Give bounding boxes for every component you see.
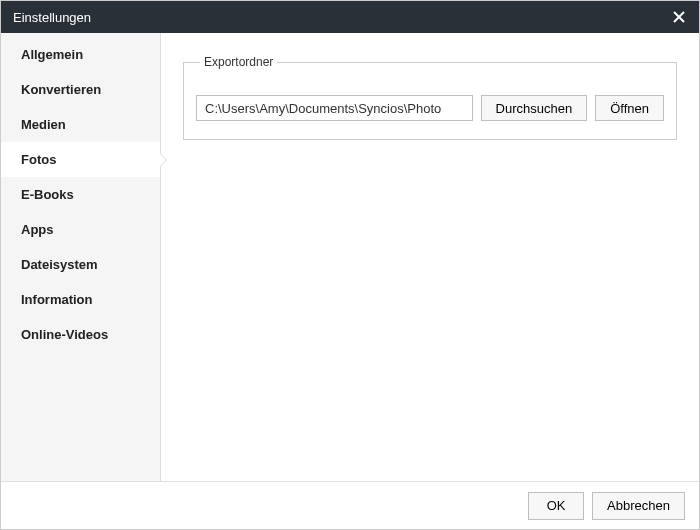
sidebar-item-apps[interactable]: Apps xyxy=(1,212,160,247)
sidebar-item-label: Information xyxy=(21,292,93,307)
footer: OK Abbrechen xyxy=(1,481,699,529)
sidebar-item-label: Dateisystem xyxy=(21,257,98,272)
browse-button[interactable]: Durchsuchen xyxy=(481,95,588,121)
settings-window: Einstellungen Allgemein Konvertieren Med… xyxy=(0,0,700,530)
sidebar-item-medien[interactable]: Medien xyxy=(1,107,160,142)
sidebar-item-label: Konvertieren xyxy=(21,82,101,97)
sidebar-item-fotos[interactable]: Fotos xyxy=(1,142,160,177)
sidebar-item-label: Fotos xyxy=(21,152,56,167)
export-folder-group: Exportordner Durchsuchen Öffnen xyxy=(183,55,677,140)
content-pane: Exportordner Durchsuchen Öffnen xyxy=(161,33,699,481)
sidebar-item-konvertieren[interactable]: Konvertieren xyxy=(1,72,160,107)
sidebar-item-dateisystem[interactable]: Dateisystem xyxy=(1,247,160,282)
sidebar-item-online-videos[interactable]: Online-Videos xyxy=(1,317,160,352)
sidebar-item-ebooks[interactable]: E-Books xyxy=(1,177,160,212)
sidebar-item-information[interactable]: Information xyxy=(1,282,160,317)
export-folder-row: Durchsuchen Öffnen xyxy=(196,95,664,121)
sidebar-item-allgemein[interactable]: Allgemein xyxy=(1,37,160,72)
open-button[interactable]: Öffnen xyxy=(595,95,664,121)
titlebar: Einstellungen xyxy=(1,1,699,33)
cancel-button[interactable]: Abbrechen xyxy=(592,492,685,520)
ok-button[interactable]: OK xyxy=(528,492,584,520)
export-folder-legend: Exportordner xyxy=(200,55,277,69)
sidebar-item-label: Apps xyxy=(21,222,54,237)
sidebar-item-label: E-Books xyxy=(21,187,74,202)
sidebar-item-label: Allgemein xyxy=(21,47,83,62)
sidebar: Allgemein Konvertieren Medien Fotos E-Bo… xyxy=(1,33,161,481)
sidebar-item-label: Online-Videos xyxy=(21,327,108,342)
window-title: Einstellungen xyxy=(13,10,91,25)
sidebar-item-label: Medien xyxy=(21,117,66,132)
window-body: Allgemein Konvertieren Medien Fotos E-Bo… xyxy=(1,33,699,481)
close-icon[interactable] xyxy=(669,7,689,27)
export-path-input[interactable] xyxy=(196,95,473,121)
